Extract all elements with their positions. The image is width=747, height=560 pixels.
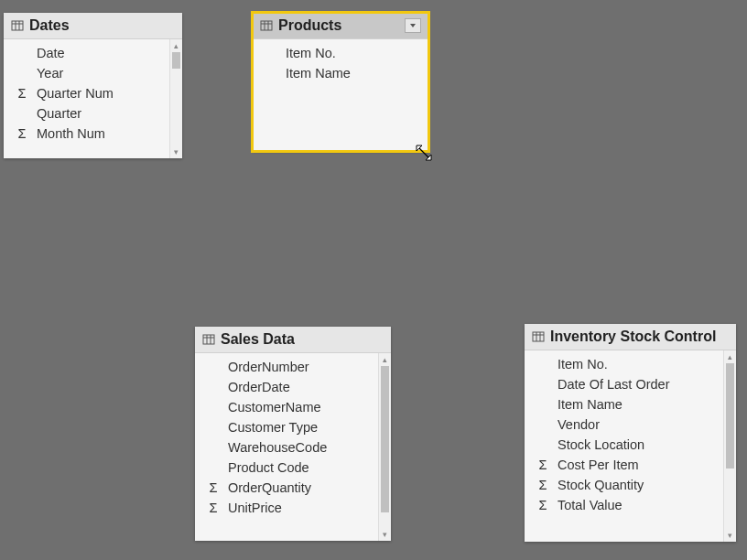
- svg-rect-0: [12, 21, 23, 30]
- svg-marker-9: [426, 155, 431, 160]
- table-products[interactable]: Products Item No. Item Name: [253, 13, 428, 151]
- sigma-icon: Σ: [202, 480, 224, 495]
- field-row[interactable]: Date: [4, 43, 182, 63]
- scrollbar[interactable]: ▴ ▾: [378, 353, 391, 541]
- field-row[interactable]: Stock Location: [525, 435, 736, 455]
- field-row[interactable]: ΣOrderQuantity: [195, 478, 391, 498]
- sigma-icon: Σ: [532, 478, 554, 492]
- scroll-down-icon[interactable]: ▾: [379, 528, 391, 541]
- table-dates[interactable]: Dates Date Year ΣQuarter Num Quarter ΣMo…: [4, 13, 182, 158]
- table-icon: [11, 19, 24, 32]
- scroll-thumb[interactable]: [381, 366, 389, 512]
- table-header-inventory[interactable]: Inventory Stock Control: [525, 324, 736, 350]
- table-icon: [532, 330, 545, 343]
- table-options-button[interactable]: [405, 18, 421, 33]
- field-row[interactable]: ΣCost Per Item: [525, 455, 736, 475]
- scroll-up-icon[interactable]: ▴: [724, 350, 736, 363]
- scroll-down-icon[interactable]: ▾: [170, 145, 182, 158]
- field-row[interactable]: Vendor: [525, 415, 736, 435]
- sigma-icon: Σ: [11, 126, 33, 141]
- table-header-dates[interactable]: Dates: [4, 13, 182, 39]
- scroll-up-icon[interactable]: ▴: [379, 353, 391, 366]
- table-header-sales[interactable]: Sales Data: [195, 327, 391, 353]
- field-row[interactable]: ΣTotal Value: [525, 495, 736, 515]
- field-row[interactable]: Customer Type: [195, 417, 391, 437]
- table-icon: [202, 333, 215, 346]
- field-row[interactable]: Year: [4, 63, 182, 83]
- table-icon: [260, 19, 273, 32]
- field-list-sales: OrderNumber OrderDate CustomerName Custo…: [195, 353, 391, 522]
- field-row[interactable]: WarehouseCode: [195, 437, 391, 458]
- svg-rect-11: [203, 335, 214, 344]
- field-row[interactable]: ΣQuarter Num: [4, 83, 182, 103]
- sigma-icon: Σ: [532, 498, 554, 512]
- field-row[interactable]: OrderNumber: [195, 357, 391, 377]
- sigma-icon: Σ: [202, 501, 224, 515]
- field-row[interactable]: Date Of Last Order: [525, 374, 736, 394]
- field-row[interactable]: CustomerName: [195, 397, 391, 417]
- scroll-thumb[interactable]: [172, 52, 180, 69]
- svg-rect-15: [533, 332, 544, 341]
- field-row[interactable]: ΣUnitPrice: [195, 498, 391, 518]
- scrollbar[interactable]: ▴ ▾: [723, 350, 736, 542]
- field-row[interactable]: Product Code: [195, 458, 391, 478]
- scroll-down-icon[interactable]: ▾: [724, 529, 736, 542]
- field-list-dates: Date Year ΣQuarter Num Quarter ΣMonth Nu…: [4, 39, 182, 147]
- table-header-products[interactable]: Products: [253, 13, 428, 39]
- field-row[interactable]: Item No.: [253, 43, 428, 63]
- field-row[interactable]: Quarter: [4, 103, 182, 124]
- table-sales[interactable]: Sales Data OrderNumber OrderDate Custome…: [195, 327, 391, 541]
- svg-rect-4: [261, 21, 272, 30]
- scroll-up-icon[interactable]: ▴: [170, 39, 182, 52]
- sigma-icon: Σ: [11, 86, 33, 101]
- field-row[interactable]: Item Name: [525, 394, 736, 415]
- field-row[interactable]: OrderDate: [195, 377, 391, 397]
- field-row[interactable]: ΣStock Quantity: [525, 475, 736, 495]
- field-row[interactable]: Item No.: [525, 354, 736, 374]
- field-list-inventory: Item No. Date Of Last Order Item Name Ve…: [525, 350, 736, 519]
- field-row[interactable]: ΣMonth Num: [4, 124, 182, 144]
- table-title: Inventory Stock Control: [550, 328, 716, 345]
- table-title: Sales Data: [221, 331, 295, 348]
- table-title: Products: [278, 17, 341, 34]
- field-list-products: Item No. Item Name: [253, 39, 428, 87]
- scrollbar[interactable]: ▴ ▾: [169, 39, 182, 158]
- chevron-down-icon: [410, 24, 416, 27]
- field-row[interactable]: Item Name: [253, 63, 428, 83]
- scroll-thumb[interactable]: [726, 363, 734, 468]
- table-inventory[interactable]: Inventory Stock Control Item No. Date Of…: [525, 324, 736, 542]
- sigma-icon: Σ: [532, 458, 554, 472]
- table-title: Dates: [29, 17, 70, 34]
